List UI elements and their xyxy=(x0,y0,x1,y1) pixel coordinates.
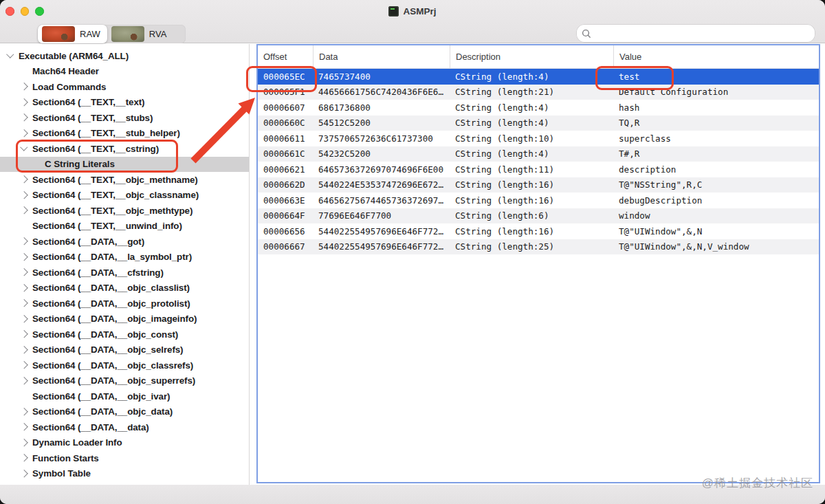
chevron-right-icon[interactable] xyxy=(18,453,32,463)
value-cell: T#,R xyxy=(613,146,819,162)
window-title-area: ASMPrj xyxy=(0,5,825,17)
sidebar-item[interactable]: Section64 (__DATA,__objc_protolist) xyxy=(0,296,249,311)
description-cell: CString (length:4) xyxy=(450,100,613,116)
chevron-right-icon[interactable] xyxy=(18,129,32,138)
chevron-right-icon[interactable] xyxy=(18,422,32,432)
sidebar-item[interactable]: Section64 (__DATA,__objc_classlist) xyxy=(0,281,249,296)
offset-cell: 0000664F xyxy=(258,208,313,224)
table-row[interactable]: 0000661C54232C5200CString (length:4)T#,R xyxy=(258,146,819,162)
titlebar-toolbar: ASMPrj RAW RVA xyxy=(0,0,825,43)
sidebar-item[interactable]: Section64 (__DATA,__objc_const) xyxy=(0,327,249,342)
chevron-right-icon[interactable] xyxy=(18,82,32,91)
sidebar-item[interactable]: Load Commands xyxy=(0,79,249,95)
sidebar-item[interactable]: Section64 (__DATA,__data) xyxy=(0,419,249,435)
sidebar-item-label: Section64 (__TEXT,__cstring) xyxy=(32,144,159,154)
value-cell: TQ,R xyxy=(613,116,819,131)
table-body: 000065EC7465737400CString (length:4)test… xyxy=(258,69,819,254)
description-cell: CString (length:4) xyxy=(450,69,613,85)
sidebar-item[interactable]: Section64 (__DATA,__cfstring) xyxy=(0,265,249,281)
sidebar-item[interactable]: Executable (ARM64_ALL) xyxy=(0,48,249,64)
chevron-right-icon[interactable] xyxy=(18,469,32,479)
sidebar-item[interactable]: C String Literals xyxy=(0,157,249,173)
description-cell: CString (length:4) xyxy=(450,146,613,162)
column-header-description[interactable]: Description xyxy=(450,45,613,68)
sidebar-item[interactable]: Section64 (__DATA,__objc_selrefs) xyxy=(0,342,249,358)
chevron-right-icon[interactable] xyxy=(18,376,32,386)
table-row[interactable]: 0000662D5440224E53537472696E672…CString … xyxy=(258,177,819,193)
sidebar-item[interactable]: Section64 (__TEXT,__objc_classname) xyxy=(0,188,249,204)
offset-cell: 00006621 xyxy=(258,162,313,177)
sidebar-item[interactable]: Mach64 Header xyxy=(0,64,249,80)
sidebar-item[interactable]: Dynamic Loader Info xyxy=(0,435,249,451)
chevron-right-icon[interactable] xyxy=(18,267,32,277)
sidebar-item[interactable]: Symbol Table xyxy=(0,466,249,482)
value-cell: test xyxy=(613,69,819,85)
sidebar-item-label: Section64 (__DATA,__data) xyxy=(32,422,149,432)
chevron-right-icon[interactable] xyxy=(18,438,32,448)
table-row[interactable]: 000065EC7465737400CString (length:4)test xyxy=(258,69,819,85)
chevron-down-icon[interactable] xyxy=(18,144,32,153)
chevron-right-icon[interactable] xyxy=(18,407,32,417)
offset-cell: 00006607 xyxy=(258,100,313,116)
sidebar-item[interactable]: Section64 (__TEXT,__text) xyxy=(0,95,249,111)
sidebar: Executable (ARM64_ALL)Mach64 HeaderLoad … xyxy=(0,44,250,485)
chevron-right-icon[interactable] xyxy=(18,298,32,308)
sidebar-item[interactable]: Section64 (__TEXT,__unwind_info) xyxy=(0,219,249,234)
table-row[interactable]: 000065F144656661756C7420436F6E6…CString … xyxy=(258,85,819,100)
app-window: ASMPrj RAW RVA Executable (ARM64_ALL)Mac… xyxy=(0,0,825,504)
chevron-right-icon[interactable] xyxy=(18,237,32,246)
table-row[interactable]: 0000660C54512C5200CString (length:4)TQ,R xyxy=(258,116,819,131)
watermark-text: @稀土掘金技术社区 xyxy=(702,475,813,491)
sidebar-item[interactable]: Section64 (__TEXT,__objc_methtype) xyxy=(0,203,249,219)
chevron-right-icon[interactable] xyxy=(18,283,32,293)
sidebar-item[interactable]: Section64 (__DATA,__objc_ivar) xyxy=(0,388,249,404)
table-row[interactable]: 00006656544022554957696E646F772…CString … xyxy=(258,223,819,239)
chevron-right-icon[interactable] xyxy=(18,314,32,324)
chevron-down-icon[interactable] xyxy=(4,51,19,61)
segment-rva-label: RVA xyxy=(149,29,167,39)
table-row[interactable]: 0000663E64656275674465736372697…CString … xyxy=(258,193,819,208)
chevron-right-icon[interactable] xyxy=(18,329,32,339)
sidebar-item-label: Section64 (__TEXT,__text) xyxy=(32,97,144,107)
description-cell: CString (length:16) xyxy=(450,223,613,239)
table-row[interactable]: 0000664F77696E646F7700CString (length:6)… xyxy=(258,208,819,224)
sidebar-item-label: Section64 (__TEXT,__stub_helper) xyxy=(32,128,180,138)
sidebar-item[interactable]: Section64 (__TEXT,__stub_helper) xyxy=(0,126,249,142)
chevron-right-icon[interactable] xyxy=(18,113,32,122)
sidebar-item[interactable]: Section64 (__DATA,__objc_superrefs) xyxy=(0,373,249,389)
sidebar-item-label: Section64 (__DATA,__objc_classlist) xyxy=(32,283,190,293)
table-row[interactable]: 000066216465736372697074696F6E00CString … xyxy=(258,162,819,177)
chevron-right-icon[interactable] xyxy=(18,252,32,262)
chevron-right-icon[interactable] xyxy=(18,98,32,107)
sidebar-item-label: Section64 (__TEXT,__unwind_info) xyxy=(32,221,182,231)
column-header-offset[interactable]: Offset xyxy=(258,45,313,68)
sidebar-item[interactable]: Section64 (__DATA,__objc_imageinfo) xyxy=(0,311,249,327)
column-header-data[interactable]: Data xyxy=(313,45,450,68)
table-row[interactable]: 000066076861736800CString (length:4)hash xyxy=(258,100,819,116)
chevron-right-icon[interactable] xyxy=(18,206,32,215)
sidebar-item[interactable]: Section64 (__TEXT,__stubs) xyxy=(0,110,249,126)
chevron-right-icon[interactable] xyxy=(18,190,32,200)
chevron-right-icon[interactable] xyxy=(18,345,32,355)
description-cell: CString (length:6) xyxy=(450,208,613,224)
table-row[interactable]: 00006667544022554957696E646F772…CString … xyxy=(258,239,819,255)
sidebar-item-label: Function Starts xyxy=(32,453,99,463)
data-cell: 7375706572636C61737300 xyxy=(313,131,450,146)
chevron-right-icon[interactable] xyxy=(18,175,32,184)
segment-rva[interactable]: RVA xyxy=(107,25,174,43)
sidebar-item-label: Section64 (__TEXT,__objc_methname) xyxy=(32,175,198,185)
chevron-right-icon[interactable] xyxy=(18,360,32,370)
sidebar-item-label: Section64 (__DATA,__objc_imageinfo) xyxy=(32,314,197,324)
sidebar-item[interactable]: Section64 (__DATA,__got) xyxy=(0,234,249,250)
sidebar-item[interactable]: Section64 (__DATA,__objc_data) xyxy=(0,404,249,420)
table-row[interactable]: 000066117375706572636C61737300CString (l… xyxy=(258,131,819,146)
value-cell: superclass xyxy=(613,131,819,146)
search-input[interactable] xyxy=(576,24,815,43)
sidebar-item[interactable]: Section64 (__TEXT,__objc_methname) xyxy=(0,172,249,188)
sidebar-item[interactable]: Function Starts xyxy=(0,450,249,466)
segment-raw[interactable]: RAW xyxy=(38,25,107,43)
column-header-value[interactable]: Value xyxy=(613,45,819,68)
sidebar-item[interactable]: Section64 (__DATA,__objc_classrefs) xyxy=(0,358,249,373)
sidebar-item[interactable]: Section64 (__TEXT,__cstring) xyxy=(0,141,249,157)
sidebar-item[interactable]: Section64 (__DATA,__la_symbol_ptr) xyxy=(0,250,249,265)
